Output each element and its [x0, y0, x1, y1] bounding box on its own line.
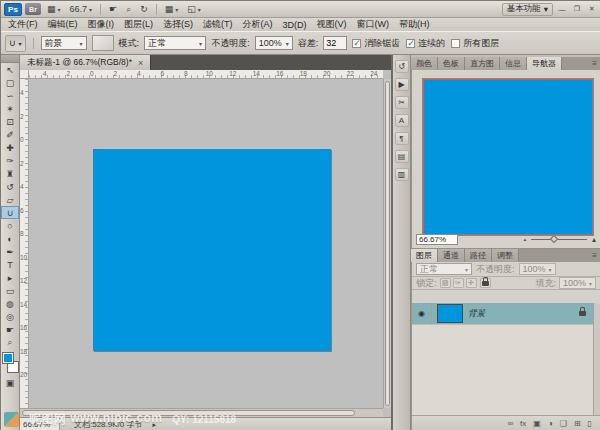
ruler-origin-corner[interactable] [20, 70, 29, 79]
checkbox-box[interactable] [451, 39, 460, 48]
menu-item[interactable]: 文件(F) [3, 18, 43, 31]
tool-button-path-selection-tool[interactable]: ▸ [1, 271, 19, 284]
option-checkbox[interactable]: 消除锯齿 [352, 37, 400, 50]
panel-icon-character-panel-icon[interactable]: A [395, 114, 409, 127]
workspace-switcher[interactable]: 基本功能 ▾ [502, 3, 553, 16]
panel-tab[interactable]: 色板 [438, 57, 465, 70]
panel-menu-icon[interactable]: ≡ [588, 249, 600, 262]
background-color-swatch[interactable] [8, 362, 18, 372]
panel-tab[interactable]: 颜色 [411, 57, 438, 70]
vertical-scrollbar[interactable] [383, 79, 391, 408]
panel-icon-history-panel-icon[interactable]: ↺ [395, 60, 409, 73]
canvas-viewport[interactable] [29, 79, 383, 408]
canvas-document[interactable] [93, 149, 331, 351]
tool-button-lasso-tool[interactable]: ∽ [1, 89, 19, 102]
navigator-zoom-field[interactable]: 66.67% [416, 234, 458, 245]
layers-action-icon-delete-layer-icon[interactable]: ▯ [588, 419, 592, 428]
menu-item[interactable]: 分析(A) [238, 18, 278, 31]
horizontal-ruler[interactable]: 4202468101214161820222426 [29, 70, 383, 79]
panel-tab[interactable]: 信息 [500, 57, 527, 70]
menu-item[interactable]: 图像(I) [83, 18, 120, 31]
panel-icon-actions-panel-icon[interactable]: ▶ [395, 78, 409, 91]
panel-icon-paragraph-panel-icon[interactable]: ¶ [395, 132, 409, 145]
layers-scrollbar[interactable] [593, 303, 600, 415]
visibility-toggle[interactable]: ◉ [412, 303, 432, 324]
panel-menu-icon[interactable]: ≡ [588, 57, 600, 70]
menu-item[interactable]: 编辑(E) [43, 18, 83, 31]
navigator-proxy-preview[interactable] [423, 79, 593, 235]
hand-tool-button[interactable]: ☛ [106, 3, 120, 16]
restore-button[interactable]: ❐ [571, 4, 583, 15]
quick-mask-button[interactable]: ▣ [1, 376, 19, 389]
lock-icon-lock-position-icon[interactable]: ✛ [466, 278, 477, 288]
layer-row-背景[interactable]: ◉ 背景 [412, 303, 593, 325]
tool-button-clone-stamp-tool[interactable]: ♜ [1, 167, 19, 180]
tool-button-blur-tool[interactable]: ○ [1, 219, 19, 232]
tool-button-eraser-tool[interactable]: ▱ [1, 193, 19, 206]
menu-item[interactable]: 选择(S) [158, 18, 198, 31]
tool-button-history-brush-tool[interactable]: ↺ [1, 180, 19, 193]
tool-button-3d-rotate-tool[interactable]: ◍ [1, 297, 19, 310]
menu-item[interactable]: 帮助(H) [394, 18, 435, 31]
panel-icon-clone-source-panel-icon[interactable]: ✂ [395, 96, 409, 109]
checkbox-box[interactable] [406, 39, 415, 48]
tool-button-shape-tool[interactable]: ▭ [1, 284, 19, 297]
lock-icon-lock-transparency-icon[interactable]: ▨ [440, 278, 451, 288]
tool-button-eyedropper-tool[interactable]: ✐ [1, 128, 19, 141]
tool-button-3d-orbit-tool[interactable]: ◎ [1, 310, 19, 323]
tool-button-hand-tool[interactable]: ☛ [1, 323, 19, 336]
scrollbar-thumb[interactable] [385, 81, 390, 406]
mode-dropdown[interactable]: 正常 ▾ [144, 36, 206, 50]
tool-button-paint-bucket-tool[interactable]: ∪ [1, 206, 19, 219]
zoom-out-icon[interactable]: ▴ [524, 236, 527, 242]
fill-dropdown[interactable]: 100% ▾ [559, 277, 596, 289]
zoom-level-dropdown[interactable]: 66.7 ▾ [67, 3, 96, 16]
close-button[interactable]: ✕ [586, 4, 598, 15]
panel-tab[interactable]: 图层 [411, 249, 438, 262]
scrollbar-thumb[interactable] [22, 410, 355, 416]
slider-thumb[interactable] [550, 234, 558, 242]
layer-thumbnail[interactable] [437, 304, 463, 323]
close-icon[interactable]: × [138, 58, 143, 68]
layers-action-icon-adjustment-layer-icon[interactable]: ◑ [548, 419, 553, 428]
navigator-zoom-slider[interactable] [531, 235, 587, 244]
panel-icon-layer-comps-panel-icon[interactable]: ▤ [395, 150, 409, 163]
blend-mode-dropdown[interactable]: 正常 ▾ [416, 263, 472, 275]
tool-button-magic-wand-tool[interactable]: ✶ [1, 102, 19, 115]
menu-item[interactable]: 视图(V) [312, 18, 352, 31]
layers-action-icon-new-layer-icon[interactable]: ⊞ [574, 419, 581, 428]
tool-button-pen-tool[interactable]: ✒ [1, 245, 19, 258]
layers-action-icon-layer-style-icon[interactable]: fx [520, 419, 526, 428]
minimize-button[interactable]: — [556, 4, 568, 15]
zoom-tool-button[interactable]: ⌕ [123, 3, 134, 16]
option-checkbox[interactable]: 所有图层 [451, 37, 499, 50]
panel-tab[interactable]: 调整 [492, 249, 519, 262]
menu-item[interactable]: 窗口(W) [352, 18, 395, 31]
tool-button-type-tool[interactable]: T [1, 258, 19, 271]
document-tab[interactable]: 未标题-1 @ 66.7%(RGB/8)* × [20, 55, 151, 70]
view-extras-button[interactable]: ▦ ▾ [44, 3, 64, 16]
menu-item[interactable]: 滤镜(T) [198, 18, 238, 31]
lock-icon-lock-paint-icon[interactable]: ✑ [453, 278, 464, 288]
panel-tab[interactable]: 通道 [438, 249, 465, 262]
layers-action-icon-link-layers-icon[interactable]: ∞ [507, 419, 513, 428]
tool-button-rectangular-marquee-tool[interactable]: ▢ [1, 76, 19, 89]
menu-item[interactable]: 3D(D) [278, 20, 312, 30]
option-checkbox[interactable]: 连续的 [406, 37, 445, 50]
panel-icon-measurement-log-panel-icon[interactable]: ▥ [395, 168, 409, 181]
menu-item[interactable]: 图层(L) [119, 18, 158, 31]
horizontal-scrollbar[interactable] [20, 408, 383, 417]
tool-button-crop-tool[interactable]: ⊡ [1, 115, 19, 128]
status-menu-arrow-icon[interactable]: ▸ [152, 421, 156, 429]
layers-action-icon-layer-group-icon[interactable]: ❑ [560, 419, 567, 428]
rotate-view-button[interactable]: ↻ [137, 3, 151, 16]
bridge-button[interactable]: Br [25, 3, 41, 15]
tool-button-healing-brush-tool[interactable]: ✚ [1, 141, 19, 154]
layers-opacity-dropdown[interactable]: 100% ▾ [519, 263, 556, 275]
lock-all-icon[interactable] [480, 278, 491, 288]
zoom-in-icon[interactable]: ▴ [592, 235, 596, 244]
fill-source-dropdown[interactable]: 前景 ▾ [41, 36, 87, 50]
checkbox-box[interactable] [352, 39, 361, 48]
tool-button-zoom-tool[interactable]: ⌕ [1, 336, 19, 349]
tools-panel-header[interactable] [1, 55, 19, 63]
